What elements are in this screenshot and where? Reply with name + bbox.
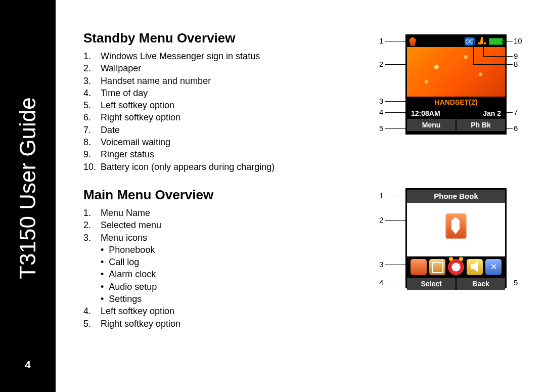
- phonebook-icon: [411, 259, 427, 275]
- audio-icon: [467, 259, 483, 275]
- main-list: 1.Menu Name 2.Selected menu 3.Menu icons: [83, 207, 359, 244]
- time-date-row: 12:08AM Jan 2: [407, 108, 505, 119]
- status-bar: [407, 36, 505, 47]
- standby-item: Right softkey option: [101, 111, 180, 123]
- callout-label: 9: [514, 52, 518, 60]
- main-item: Left softkey option: [101, 305, 174, 317]
- standby-item: Left softkey option: [101, 99, 174, 111]
- standby-item: Time of day: [101, 87, 148, 99]
- selected-menu-icon: [445, 213, 467, 239]
- standby-item: Ringer status: [101, 148, 154, 160]
- main-softkey-row: Select Back: [407, 278, 505, 290]
- callout-label: 4: [379, 108, 383, 116]
- callout-label: 8: [514, 60, 518, 68]
- page-content: Standby Menu Overview 1.Windows Live Mes…: [56, 0, 546, 392]
- callout-label: 5: [514, 278, 518, 287]
- menu-body: [407, 203, 505, 256]
- main-heading: Main Menu Overview: [83, 187, 359, 203]
- menu-title: Phone Book: [407, 190, 505, 203]
- date-label: Jan 2: [483, 108, 501, 119]
- standby-item: Handset name and number: [101, 75, 211, 87]
- standby-item: Wallpaper: [101, 62, 141, 74]
- callout-label: 1: [379, 191, 383, 200]
- standby-item: Date: [101, 124, 120, 136]
- callout-label: 1: [379, 36, 383, 45]
- time-label: 12:08AM: [411, 108, 440, 119]
- icon-sub: Audio setup: [101, 281, 359, 293]
- callout-label: 2: [379, 215, 383, 224]
- main-list-2: 4.Left softkey option 5.Right softkey op…: [83, 305, 359, 330]
- main-item: Menu icons: [101, 232, 147, 244]
- main-block: Main Menu Overview 1.Menu Name 2.Selecte…: [83, 187, 526, 330]
- spine-title: T3150 User Guide: [15, 97, 40, 279]
- settings-icon: [485, 259, 502, 275]
- icon-sub: Settings: [101, 293, 359, 305]
- right-softkey: Back: [456, 278, 505, 290]
- main-diagram: Phone Book Select Back 1: [374, 187, 526, 330]
- callout-label: 4: [379, 278, 383, 287]
- wallpaper: [407, 47, 505, 97]
- main-item: Right softkey option: [101, 318, 180, 330]
- spine: T3150 User Guide 4: [0, 0, 56, 392]
- battery-icon: [489, 38, 503, 45]
- callout-label: 6: [514, 124, 518, 133]
- standby-item: Voicemail waiting: [101, 136, 170, 148]
- menu-icon-row: [407, 256, 505, 278]
- softkey-row: Menu Ph Bk: [407, 119, 505, 131]
- main-item: Menu Name: [101, 207, 150, 219]
- standby-item: Windows Live Messenger sign in status: [101, 50, 260, 62]
- standby-heading: Standby Menu Overview: [83, 30, 359, 46]
- handset-label: HANDSET(2): [407, 97, 505, 108]
- icon-sub: Alarm clock: [101, 268, 359, 280]
- main-icon-sublist: Phonebook Call log Alarm clock Audio set…: [101, 244, 359, 305]
- messenger-icon: [409, 37, 416, 46]
- main-screen: Phone Book Select Back: [405, 188, 507, 288]
- ringer-icon: [478, 37, 486, 46]
- left-softkey: Menu: [407, 119, 456, 131]
- callout-label: 5: [379, 124, 383, 133]
- icon-sub: Call log: [101, 256, 359, 268]
- standby-list: 1.Windows Live Messenger sign in status …: [83, 50, 359, 173]
- standby-diagram: HANDSET(2) 12:08AM Jan 2 Menu Ph Bk 1 2 …: [374, 30, 526, 173]
- callout-label: 3: [379, 260, 383, 269]
- icon-sub: Phonebook: [101, 244, 359, 256]
- standby-screen: HANDSET(2) 12:08AM Jan 2 Menu Ph Bk: [405, 34, 507, 135]
- main-item: Selected menu: [101, 219, 161, 231]
- left-softkey: Select: [407, 278, 456, 290]
- right-softkey: Ph Bk: [456, 119, 505, 131]
- callout-label: 10: [514, 36, 522, 45]
- callout-label: 2: [379, 60, 383, 68]
- calllog-icon: [429, 259, 445, 275]
- spine-page-number: 4: [25, 359, 30, 371]
- callout-label: 3: [379, 97, 383, 105]
- callout-label: 7: [514, 108, 518, 116]
- standby-block: Standby Menu Overview 1.Windows Live Mes…: [83, 30, 526, 173]
- alarmclock-icon: [448, 259, 464, 275]
- standby-item: Battery icon (only appears during chargi…: [101, 161, 275, 173]
